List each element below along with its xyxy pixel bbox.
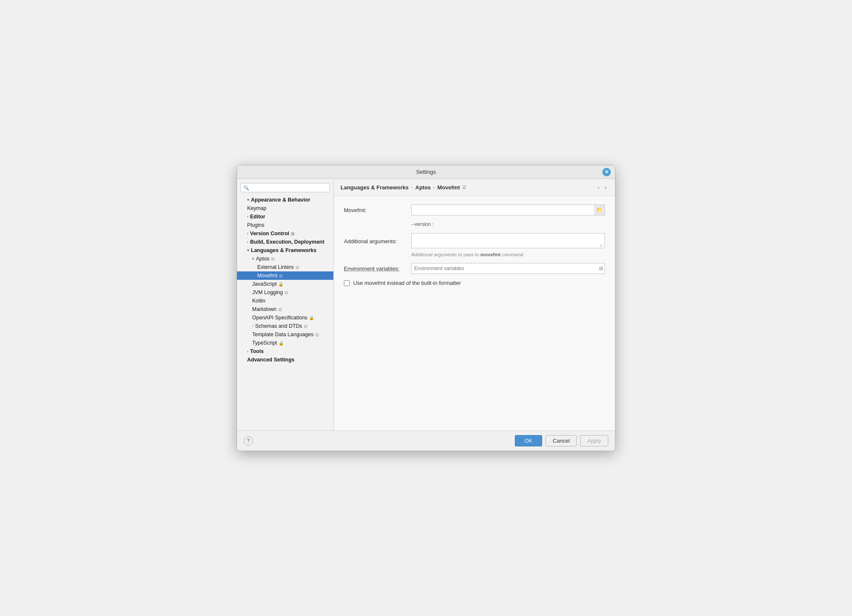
sidebar-item-plugins[interactable]: Plugins <box>237 221 333 229</box>
chevron-down-icon: ▾ <box>247 198 249 202</box>
additional-args-field: ⤢ <box>411 233 605 250</box>
additional-args-label: Additional arguments: <box>344 238 411 244</box>
hint-prefix: Additional arguments to pass to <box>411 252 480 257</box>
search-box[interactable]: 🔍 <box>240 183 330 192</box>
title-bar: Settings ✕ <box>237 165 615 179</box>
ok-button[interactable]: OK <box>515 435 542 446</box>
sidebar-item-label: Markdown <box>252 306 277 312</box>
sidebar-item-label: Keymap <box>247 205 266 211</box>
sidebar-item-label: Movefmt <box>257 273 277 279</box>
dialog-body: 🔍 ▾ Appearance & Behavior Keymap › Edito… <box>237 179 615 430</box>
sidebar-item-appearance-behavior[interactable]: ▾ Appearance & Behavior <box>237 196 333 204</box>
chevron-down-icon: ▾ <box>252 257 254 261</box>
nav-forward-button[interactable]: › <box>603 183 608 191</box>
sidebar-item-label: Build, Execution, Deployment <box>250 239 324 245</box>
sidebar-item-editor[interactable]: › Editor <box>237 212 333 221</box>
breadcrumb-bar: Languages & Frameworks › Aptos › Movefmt… <box>334 179 615 196</box>
browse-button[interactable]: 📁 <box>594 204 605 215</box>
settings-icon: ⊟ <box>296 265 299 270</box>
movefmt-field: 📁 <box>411 204 605 215</box>
sidebar-item-markdown[interactable]: Markdown ⊟ <box>237 305 333 313</box>
sidebar-item-jvm-logging[interactable]: JVM Logging ⊟ <box>237 288 333 297</box>
search-input[interactable] <box>251 185 327 191</box>
sidebar-item-keymap[interactable]: Keymap <box>237 204 333 212</box>
sidebar-item-label: Template Data Languages <box>252 332 314 337</box>
additional-args-input[interactable] <box>411 233 605 248</box>
footer: ? OK Cancel Apply <box>237 430 615 451</box>
hint-suffix: command <box>501 252 523 257</box>
use-movefmt-checkbox[interactable] <box>344 280 350 286</box>
expand-icon[interactable]: ⤢ <box>598 243 604 249</box>
settings-icon: ⊟ <box>285 290 288 295</box>
additional-args-row: Additional arguments: ⤢ <box>344 233 605 250</box>
settings-icon: ⊟ <box>279 273 282 278</box>
sidebar-item-label: JavaScript <box>252 281 277 287</box>
sidebar-item-openapi[interactable]: OpenAPI Specifications 🔒 <box>237 313 333 322</box>
movefmt-label: Movefmt: <box>344 207 411 213</box>
close-button[interactable]: ✕ <box>602 168 611 176</box>
sidebar-item-external-linters[interactable]: External Linters ⊟ <box>237 263 333 271</box>
hint-command: movefmt <box>480 252 501 257</box>
sidebar: 🔍 ▾ Appearance & Behavior Keymap › Edito… <box>237 179 334 430</box>
settings-icon: ⊟ <box>315 332 319 337</box>
sidebar-item-advanced-settings[interactable]: Advanced Settings <box>237 356 333 364</box>
checkbox-row: Use movefmt instead of the built-in form… <box>344 280 605 286</box>
env-input[interactable] <box>411 263 605 274</box>
sidebar-item-version-control[interactable]: › Version Control ⊟ <box>237 229 333 238</box>
settings-icon: ⊟ <box>304 324 307 329</box>
sidebar-item-label: Appearance & Behavior <box>251 197 310 203</box>
sidebar-item-label: Languages & Frameworks <box>251 247 317 253</box>
movefmt-input-wrapper: 📁 <box>411 204 605 215</box>
sidebar-item-typescript[interactable]: TypeScript 🔒 <box>237 339 333 347</box>
sidebar-item-schemas-dtds[interactable]: › Schemas and DTDs ⊟ <box>237 322 333 330</box>
chevron-down-icon: ▾ <box>247 248 249 252</box>
apply-button[interactable]: Apply <box>580 435 608 446</box>
chevron-right-icon: › <box>247 240 248 244</box>
nav-arrows: ‹ › <box>596 183 608 191</box>
sidebar-item-label: Kotlin <box>252 298 265 304</box>
sidebar-item-label: Editor <box>250 214 265 220</box>
nav-back-button[interactable]: ‹ <box>596 183 602 191</box>
cancel-button[interactable]: Cancel <box>546 435 577 446</box>
search-icon: 🔍 <box>243 185 249 191</box>
lock-icon: 🔒 <box>278 282 283 287</box>
settings-icon: ⊟ <box>271 257 274 261</box>
sidebar-item-aptos[interactable]: ▾ Aptos ⊟ <box>237 255 333 263</box>
sidebar-item-kotlin[interactable]: Kotlin <box>237 297 333 305</box>
folder-icon: 📁 <box>596 207 602 213</box>
sidebar-item-languages-frameworks[interactable]: ▾ Languages & Frameworks <box>237 246 333 255</box>
breadcrumb-sep-1: › <box>411 185 413 190</box>
breadcrumb-sep-2: › <box>433 185 435 190</box>
sidebar-item-label: Advanced Settings <box>247 357 295 363</box>
sidebar-item-movefmt[interactable]: Movefmt ⊟ <box>237 271 333 280</box>
movefmt-input[interactable] <box>411 204 605 215</box>
sidebar-item-template-data[interactable]: Template Data Languages ⊟ <box>237 330 333 339</box>
env-label: Environment variables: <box>344 266 411 272</box>
sidebar-item-tools[interactable]: › Tools <box>237 347 333 356</box>
additional-args-wrapper: ⤢ <box>411 233 605 250</box>
footer-right: OK Cancel Apply <box>515 435 608 446</box>
env-copy-icon: ⊞ <box>599 266 603 271</box>
dialog-title: Settings <box>416 169 436 175</box>
sidebar-item-javascript[interactable]: JavaScript 🔒 <box>237 280 333 288</box>
sidebar-item-label: JVM Logging <box>252 289 283 295</box>
settings-icon: ⊟ <box>291 231 294 236</box>
env-input-wrapper: ⊞ <box>411 263 605 274</box>
settings-form: Movefmt: 📁 --version : <box>334 196 615 430</box>
movefmt-row: Movefmt: 📁 <box>344 204 605 215</box>
settings-icon: ⊟ <box>278 307 282 312</box>
help-button[interactable]: ? <box>244 436 253 446</box>
sidebar-item-label: OpenAPI Specifications <box>252 315 307 321</box>
sidebar-item-label: Schemas and DTDs <box>255 323 302 329</box>
sidebar-item-build-execution[interactable]: › Build, Execution, Deployment <box>237 238 333 246</box>
version-label: --version : <box>411 221 434 227</box>
additional-args-hint: Additional arguments to pass to movefmt … <box>411 252 605 257</box>
sidebar-item-label: Aptos <box>256 256 269 262</box>
chevron-right-icon: › <box>247 349 248 353</box>
chevron-right-icon: › <box>252 324 253 328</box>
sidebar-item-label: Tools <box>250 348 264 354</box>
settings-dialog: Settings ✕ 🔍 ▾ Appearance & Behavior Key… <box>237 165 615 451</box>
lock-icon: 🔒 <box>279 341 284 345</box>
sidebar-item-label: External Linters <box>257 264 294 270</box>
breadcrumb-menu-icon: ☰ <box>462 185 466 190</box>
